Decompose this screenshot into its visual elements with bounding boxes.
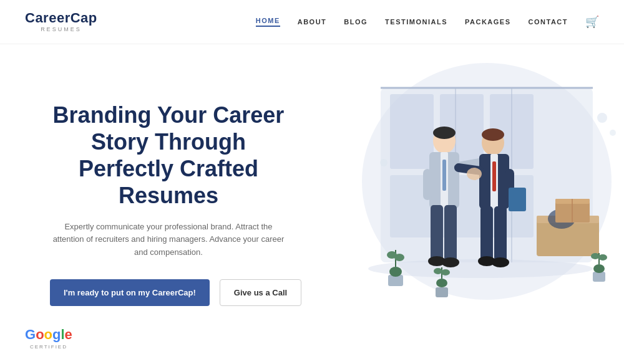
svg-rect-37 xyxy=(480,206,493,261)
nav-testimonials[interactable]: TESTIMONIALS xyxy=(385,18,447,26)
svg-rect-22 xyxy=(442,160,446,191)
svg-point-41 xyxy=(467,168,482,180)
svg-point-59 xyxy=(441,269,450,275)
svg-rect-33 xyxy=(492,161,496,191)
svg-rect-55 xyxy=(436,287,448,297)
svg-rect-26 xyxy=(444,205,457,261)
svg-point-58 xyxy=(434,268,442,274)
hero-section: Branding Your Career Story Through Perfe… xyxy=(0,44,624,363)
google-e: e xyxy=(65,327,72,342)
svg-rect-2 xyxy=(390,94,434,169)
nav-home[interactable]: HOME xyxy=(256,17,280,27)
nav-contact[interactable]: CONTACT xyxy=(529,18,568,26)
svg-point-54 xyxy=(380,159,388,166)
hero-cta-group: I'm ready to put on my CareerCap! Give u… xyxy=(50,279,287,306)
svg-point-46 xyxy=(394,254,404,261)
svg-point-40 xyxy=(492,257,509,267)
hero-text-block: Branding Your Career Story Through Perfe… xyxy=(50,102,287,306)
svg-point-28 xyxy=(442,257,459,267)
nav-packages[interactable]: PACKAGES xyxy=(465,18,511,26)
svg-point-30 xyxy=(482,128,504,141)
google-certified-label: CERTIFIED xyxy=(30,344,67,350)
google-g: G xyxy=(25,327,36,342)
nav-about[interactable]: ABOUT xyxy=(298,18,327,26)
site-header: CareerCap RESUMES HOME ABOUT BLOG TESTIM… xyxy=(0,0,624,44)
google-g2: g xyxy=(52,327,61,342)
cta-primary-button[interactable]: I'm ready to put on my CareerCap! xyxy=(50,279,210,306)
svg-point-52 xyxy=(597,113,607,123)
svg-point-43 xyxy=(389,267,402,277)
svg-point-53 xyxy=(610,130,616,136)
google-o2: o xyxy=(44,327,52,342)
main-nav: HOME ABOUT BLOG TESTIMONIALS PACKAGES CO… xyxy=(256,15,599,29)
google-o1: o xyxy=(36,327,44,342)
svg-rect-25 xyxy=(431,205,443,261)
logo-sub: RESUMES xyxy=(25,26,97,32)
google-logo: Google xyxy=(25,327,72,343)
svg-point-50 xyxy=(591,253,600,259)
logo[interactable]: CareerCap RESUMES xyxy=(25,11,97,32)
svg-rect-24 xyxy=(423,169,432,200)
hero-illustration xyxy=(287,44,624,337)
cta-secondary-button[interactable]: Give us a Call xyxy=(220,279,301,306)
nav-blog[interactable]: BLOG xyxy=(344,18,368,26)
svg-point-19 xyxy=(433,127,456,139)
google-certified-badge: Google CERTIFIED xyxy=(25,327,72,350)
logo-name: CareerCap xyxy=(25,11,97,25)
svg-point-48 xyxy=(593,264,605,273)
cart-icon[interactable]: 🛒 xyxy=(585,15,599,29)
hero-subtitle: Expertly communicate your professional b… xyxy=(50,221,287,259)
hero-title: Branding Your Career Story Through Perfe… xyxy=(50,102,287,209)
svg-point-51 xyxy=(598,254,607,261)
svg-rect-36 xyxy=(509,188,526,211)
svg-rect-38 xyxy=(494,206,507,261)
svg-rect-47 xyxy=(593,272,605,282)
svg-point-56 xyxy=(436,279,447,287)
